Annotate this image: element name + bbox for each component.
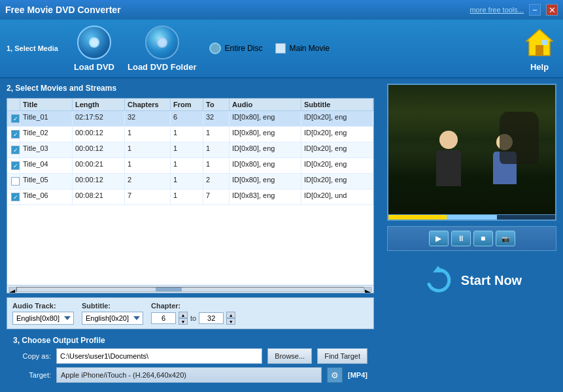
chapter-to-input[interactable] — [199, 312, 224, 324]
pause-button[interactable]: ⏸ — [451, 231, 471, 246]
checkbox-indicator — [11, 146, 20, 154]
load-dvd-folder-label: Load DVD Folder — [128, 62, 196, 72]
row-checkbox[interactable] — [7, 158, 20, 173]
row-checkbox[interactable] — [7, 189, 20, 204]
play-button[interactable]: ▶ — [429, 231, 449, 246]
figure-1 — [435, 131, 462, 186]
table-cell: 00:00:21 — [73, 158, 125, 173]
chapter-from-down[interactable]: ▼ — [179, 318, 188, 325]
table-cell: ID[0x20], eng — [301, 142, 373, 157]
house-svg — [524, 27, 555, 58]
row-checkbox[interactable] — [7, 142, 20, 157]
table-cell: ID[0x20], und — [301, 189, 373, 204]
table-cell: 1 — [203, 158, 230, 173]
copy-as-input[interactable] — [56, 348, 262, 364]
table-cell: ID[0x20], eng — [301, 127, 373, 142]
checkbox-indicator — [11, 161, 20, 170]
audio-track-select[interactable]: English[0x80] — [12, 312, 74, 325]
help-button[interactable]: Help — [522, 25, 556, 72]
table-cell: ID[0x80], eng — [230, 142, 301, 157]
find-target-button[interactable]: Find Target — [317, 348, 367, 364]
table-header: Title Length Chapters From To Audio Subt… — [7, 99, 373, 111]
refresh-icon — [422, 264, 454, 297]
col-title: Title — [20, 99, 73, 110]
target-display[interactable]: Apple iPhone/iTouch - (H.264,640x420) — [56, 367, 322, 383]
table-cell: ID[0x20], eng — [301, 111, 373, 126]
row-checkbox[interactable] — [7, 111, 20, 126]
progress-blue — [447, 215, 497, 220]
subtitle-group: Subtitle: English[0x20] — [82, 302, 143, 325]
stop-button[interactable]: ■ — [473, 231, 493, 246]
title-bar: Free Movie DVD Converter more free tools… — [0, 0, 563, 20]
table-cell: ID[0x80], eng — [230, 158, 301, 173]
entire-disc-option[interactable]: Entire Disc — [209, 42, 262, 54]
chapter-from-input[interactable] — [151, 312, 176, 324]
output-section: 3, Choose Output Profile Copy as: Browse… — [7, 333, 374, 387]
main-movie-option[interactable]: Main Movie — [275, 43, 329, 54]
col-chapters: Chapters — [125, 99, 171, 110]
table-cell: 1 — [203, 142, 230, 157]
table-row[interactable]: Title_0300:00:12111ID[0x80], engID[0x20]… — [7, 142, 373, 158]
table-cell: 00:08:21 — [73, 189, 125, 204]
row-checkbox[interactable] — [7, 127, 20, 142]
table-row[interactable]: Title_0200:00:12111ID[0x80], engID[0x20]… — [7, 127, 373, 142]
table-cell: 1 — [171, 127, 203, 142]
target-format-badge: [MP4] — [348, 371, 367, 379]
scroll-left-arrow[interactable]: ◀ — [9, 287, 16, 292]
chapter-to-down[interactable]: ▼ — [226, 318, 235, 325]
refresh-svg — [422, 265, 454, 296]
dvd-disc-icon — [77, 25, 111, 59]
table-cell: Title_04 — [20, 158, 73, 173]
target-label: Target: — [13, 371, 51, 379]
table-cell: 2 — [203, 174, 230, 189]
snapshot-button[interactable]: 📷 — [496, 231, 515, 246]
load-dvd-folder-button[interactable]: Load DVD Folder — [128, 25, 196, 72]
checkbox-indicator — [11, 177, 20, 186]
target-settings-button[interactable]: ⚙ — [327, 367, 343, 383]
audio-track-label: Audio Track: — [12, 302, 74, 310]
start-now-button[interactable]: Start Now — [461, 273, 522, 288]
table-cell: 2 — [125, 174, 171, 189]
target-row: Target: Apple iPhone/iTouch - (H.264,640… — [13, 367, 367, 383]
chapter-label: Chapter: — [151, 302, 235, 310]
scroll-right-arrow[interactable]: ▶ — [364, 287, 372, 292]
table-cell: 1 — [171, 174, 203, 189]
table-row[interactable]: Title_0102:17:5232632ID[0x80], engID[0x2… — [7, 111, 373, 127]
table-cell: 1 — [171, 189, 203, 204]
minimize-button[interactable]: − — [529, 4, 541, 16]
table-cell: 32 — [125, 111, 171, 126]
table-row[interactable]: Title_0500:00:12212ID[0x80], engID[0x20]… — [7, 174, 373, 189]
table-cell: 1 — [171, 142, 203, 157]
video-progress-bar[interactable] — [388, 214, 555, 220]
free-tools-link[interactable]: more free tools... — [469, 6, 524, 14]
table-body: Title_0102:17:5232632ID[0x80], engID[0x2… — [7, 111, 373, 285]
media-table: Title Length Chapters From To Audio Subt… — [7, 98, 374, 293]
checkbox-indicator — [11, 193, 20, 201]
table-cell: 7 — [125, 189, 171, 204]
table-row[interactable]: Title_0600:08:21717ID[0x83], engID[0x20]… — [7, 189, 373, 205]
main-movie-check — [275, 43, 286, 54]
table-cell: 1 — [171, 158, 203, 173]
chapter-from-up[interactable]: ▲ — [179, 312, 188, 318]
table-cell: 32 — [203, 111, 230, 126]
subtitle-select[interactable]: English[0x20] — [82, 312, 143, 325]
title-controls: more free tools... − ✕ — [469, 4, 558, 16]
load-dvd-button[interactable]: Load DVD — [74, 25, 114, 72]
close-button[interactable]: ✕ — [546, 4, 558, 16]
scroll-thumb[interactable] — [156, 287, 182, 291]
svg-rect-1 — [536, 45, 543, 56]
step1-label: 1, Select Media — [7, 44, 58, 52]
scroll-track[interactable] — [16, 287, 364, 292]
entire-disc-radio — [209, 42, 221, 54]
section2-label: 2, Select Movies and Streams — [7, 84, 374, 93]
browse-button[interactable]: Browse... — [267, 348, 312, 364]
table-scrollbar[interactable]: ◀ ▶ — [7, 285, 373, 293]
table-cell: 00:00:12 — [73, 142, 125, 157]
table-row[interactable]: Title_0400:00:21111ID[0x80], engID[0x20]… — [7, 158, 373, 174]
subtitle-label: Subtitle: — [82, 302, 143, 310]
table-cell: ID[0x80], eng — [230, 127, 301, 142]
table-cell: 1 — [125, 127, 171, 142]
row-checkbox[interactable] — [7, 174, 20, 189]
main-area: 2, Select Movies and Streams Title Lengt… — [0, 78, 563, 392]
chapter-to-up[interactable]: ▲ — [226, 312, 235, 318]
